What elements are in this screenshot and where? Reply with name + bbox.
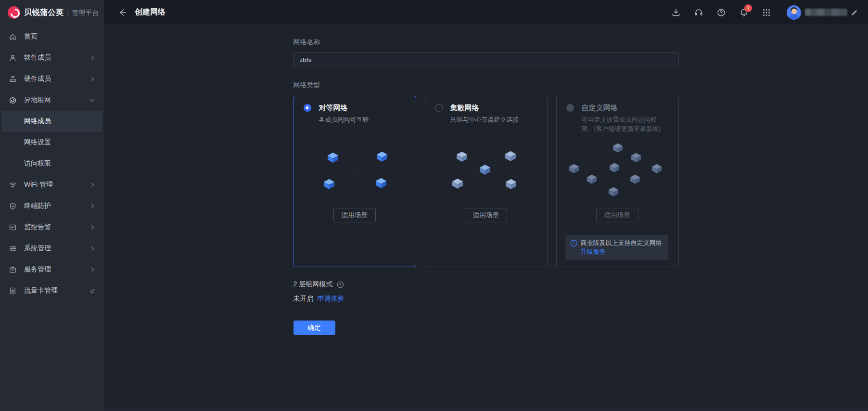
avatar — [787, 5, 801, 20]
card-title: 集散网络 — [450, 103, 537, 112]
router-icon — [9, 75, 17, 83]
layer2-mode-label: 2 层组网模式 — [294, 280, 333, 289]
scene-button[interactable]: 适用场景 — [596, 208, 638, 222]
scene-button[interactable]: 适用场景 — [333, 208, 376, 222]
sidebar-item-monitor-alerts[interactable]: 监控告警 — [0, 217, 104, 238]
brand-divider: | — [67, 9, 69, 16]
confirm-button[interactable]: 确定 — [294, 321, 335, 335]
layer2-status-row: 未开启 申请体验 — [294, 295, 679, 303]
chevron-right-icon — [89, 224, 95, 230]
chevron-right-icon — [89, 245, 95, 251]
wifi-icon — [9, 181, 17, 189]
username-redacted — [805, 9, 847, 16]
brand-suffix: 管理平台 — [72, 9, 99, 16]
horizontal-scrollbar[interactable] — [104, 408, 868, 411]
card-title: 自定义网络 — [582, 103, 668, 112]
sidebar: 贝锐蒲公英|管理平台 首页 软件成员 硬件成员 异地组网 — [0, 0, 104, 411]
sidebar-item-home[interactable]: 首页 — [0, 26, 104, 47]
layer2-mode-row: 2 层组网模式 — [294, 280, 679, 289]
external-link-icon — [89, 288, 95, 294]
home-icon — [9, 33, 17, 41]
upgrade-service-link[interactable]: 升级服务 — [581, 248, 606, 255]
brand-logo-icon — [8, 6, 20, 19]
sidebar-item-software-members[interactable]: 软件成员 — [0, 47, 104, 68]
chevron-right-icon — [89, 55, 95, 61]
radio-disabled-icon — [566, 104, 574, 112]
network-type-label: 网络类型 — [294, 81, 679, 90]
headset-icon[interactable] — [693, 7, 704, 18]
chevron-right-icon — [89, 267, 95, 272]
card-desc: 只能与中心节点建立连接 — [450, 115, 537, 124]
user-menu[interactable] — [787, 5, 857, 20]
chevron-right-icon — [89, 76, 95, 82]
chevron-down-icon — [89, 97, 95, 103]
card-hub-network[interactable]: 集散网络 只能与中心节点建立连接 — [425, 96, 548, 267]
header-actions: 1 — [671, 5, 868, 20]
sidebar-item-sim-card-management[interactable]: 流量卡管理 — [0, 280, 104, 301]
service-box-icon — [9, 266, 17, 274]
apps-grid-icon[interactable] — [761, 7, 772, 18]
card-desc: 各成员间均可互联 — [319, 115, 406, 124]
sim-card-icon — [9, 287, 17, 295]
card-custom-network[interactable]: 自定义网络 可自定义设置成员间访问权限。(客户端请更新至最新版) — [556, 96, 679, 267]
notice-text: 商业版及以上支持自定义网络 — [581, 239, 662, 246]
main-content: 网络名称 网络类型 对等网络 各成员间均可互联 — [104, 26, 868, 411]
download-icon[interactable] — [671, 7, 681, 18]
info-icon — [570, 240, 577, 256]
custom-network-diagram — [566, 142, 670, 197]
sliders-icon — [9, 244, 17, 253]
layer2-status: 未开启 — [294, 295, 314, 303]
monitor-chart-icon — [9, 223, 17, 231]
card-desc: 可自定义设置成员间访问权限。(客户端请更新至最新版) — [582, 115, 668, 133]
sidebar-item-wifi-management[interactable]: WiFi 管理 — [0, 174, 104, 195]
scene-button[interactable]: 适用场景 — [465, 208, 507, 222]
sidebar-item-remote-networking[interactable]: 异地组网 — [0, 90, 104, 111]
network-name-label: 网络名称 — [294, 38, 679, 47]
chevron-right-icon — [89, 203, 95, 209]
radio-unselected-icon[interactable] — [435, 104, 443, 112]
radio-selected-icon[interactable] — [304, 104, 311, 112]
card-title: 对等网络 — [319, 103, 406, 112]
network-name-input[interactable] — [294, 52, 679, 67]
brand-name: 贝锐蒲公英|管理平台 — [24, 8, 99, 18]
sidebar-item-network-members[interactable]: 网络成员 — [2, 111, 102, 132]
user-icon — [9, 54, 17, 62]
chevron-right-icon — [89, 182, 95, 188]
sidebar-item-endpoint-protection[interactable]: 终端防护 — [0, 195, 104, 217]
header: 创建网络 1 — [104, 0, 868, 25]
notification-badge: 1 — [744, 4, 752, 12]
create-network-form: 网络名称 网络类型 对等网络 各成员间均可互联 — [294, 26, 679, 335]
sidebar-item-system-management[interactable]: 系统管理 — [0, 238, 104, 259]
edit-pencil-icon[interactable] — [851, 9, 857, 15]
back-button[interactable] — [117, 8, 127, 17]
question-circle-icon[interactable] — [337, 281, 344, 288]
app-window: 贝锐蒲公英|管理平台 首页 软件成员 硬件成员 异地组网 — [0, 0, 868, 411]
sidebar-nav: 首页 软件成员 硬件成员 异地组网 网络成员 网络设置 — [0, 25, 104, 301]
upgrade-notice: 商业版及以上支持自定义网络 升级服务 — [565, 235, 668, 260]
peer-network-diagram — [308, 147, 402, 195]
apply-trial-link[interactable]: 申请体验 — [318, 295, 345, 303]
shield-check-icon — [9, 202, 17, 210]
page-title: 创建网络 — [135, 7, 166, 17]
sidebar-item-network-settings[interactable]: 网络设置 — [0, 132, 104, 153]
sidebar-item-service-management[interactable]: 服务管理 — [0, 259, 104, 280]
network-swirl-icon — [9, 96, 17, 104]
notification-bell-icon[interactable]: 1 — [739, 7, 749, 18]
sidebar-item-hardware-members[interactable]: 硬件成员 — [0, 68, 104, 90]
brand: 贝锐蒲公英|管理平台 — [0, 0, 104, 25]
sidebar-item-access-permission[interactable]: 访问权限 — [0, 153, 104, 174]
help-icon[interactable] — [716, 7, 727, 18]
network-type-cards: 对等网络 各成员间均可互联 — [294, 96, 679, 267]
card-peer-network[interactable]: 对等网络 各成员间均可互联 — [294, 96, 416, 267]
hub-network-diagram — [440, 147, 534, 195]
